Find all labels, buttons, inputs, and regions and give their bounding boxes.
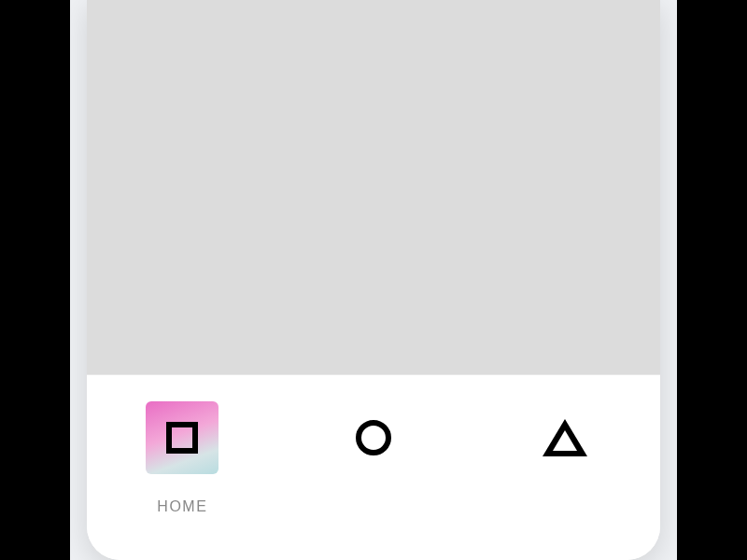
circle-icon	[337, 401, 410, 474]
phone-screen: HOME	[87, 0, 660, 560]
nav-item-home[interactable]: HOME	[87, 401, 278, 515]
content-area	[87, 0, 660, 374]
phone-frame: HOME	[70, 0, 677, 560]
nav-item-circle[interactable]	[278, 401, 470, 474]
nav-label-home: HOME	[157, 498, 207, 515]
bottom-nav-bar: HOME	[87, 374, 660, 560]
nav-item-triangle[interactable]	[469, 401, 660, 474]
triangle-icon	[529, 401, 601, 474]
square-icon	[146, 401, 218, 474]
